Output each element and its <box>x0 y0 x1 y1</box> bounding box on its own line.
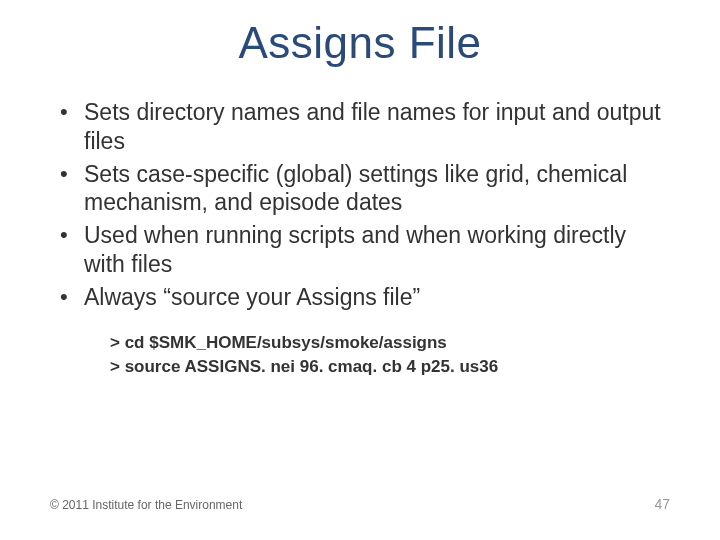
command-line: > cd $SMK_HOME/subsys/smoke/assigns <box>110 331 670 355</box>
command-line: > source ASSIGNS. nei 96. cmaq. cb 4 p25… <box>110 355 670 379</box>
slide: Assigns File Sets directory names and fi… <box>0 0 720 540</box>
bullet-item: Sets directory names and file names for … <box>50 98 670 156</box>
page-number: 47 <box>654 496 670 512</box>
command-block: > cd $SMK_HOME/subsys/smoke/assigns > so… <box>50 315 670 379</box>
bullet-item: Always “source your Assigns file” <box>50 283 670 312</box>
copyright-text: © 2011 Institute for the Environment <box>50 498 242 512</box>
bullet-list: Sets directory names and file names for … <box>50 98 670 311</box>
slide-title: Assigns File <box>0 0 720 78</box>
bullet-item: Used when running scripts and when worki… <box>50 221 670 279</box>
slide-footer: © 2011 Institute for the Environment 47 <box>50 496 670 512</box>
bullet-item: Sets case-specific (global) settings lik… <box>50 160 670 218</box>
slide-body: Sets directory names and file names for … <box>0 78 720 379</box>
